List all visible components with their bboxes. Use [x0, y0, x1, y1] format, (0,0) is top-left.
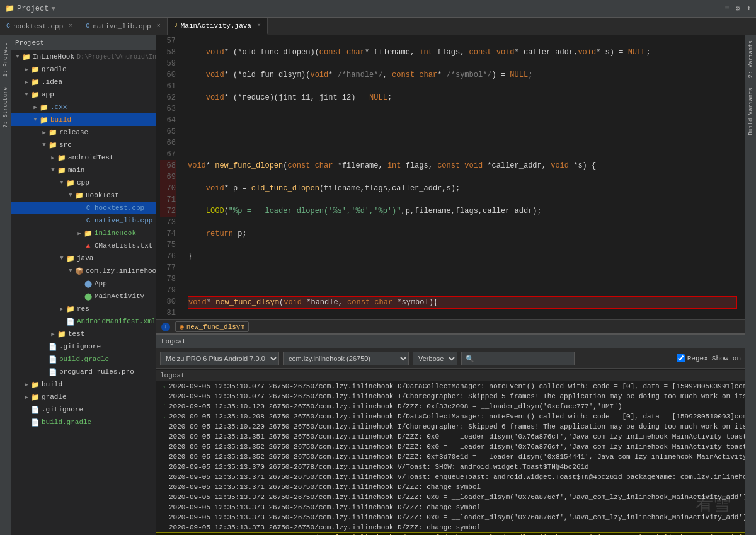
- log-line-16-selected[interactable]: 2020-09-05 12:35:13.373 26750-26750/com.…: [156, 532, 745, 535]
- tree-label: main: [67, 166, 84, 174]
- tree-item-nativelib-cpp[interactable]: C native_lib.cpp: [11, 214, 156, 227]
- regex-checkbox-label[interactable]: Regex: [677, 354, 708, 362]
- log-line-4[interactable]: ↓ 2020-09-05 12:35:10.208 26750-26750/co…: [156, 411, 745, 422]
- toolbar-icon-2[interactable]: ⚙: [736, 4, 740, 13]
- toolbar-icon-1[interactable]: ≡: [724, 4, 729, 13]
- tree-item-main[interactable]: ▼ 📁 main: [11, 164, 156, 176]
- tree-arrow: ▼: [32, 117, 39, 123]
- tree-item-app-class[interactable]: ⬤ App: [11, 277, 156, 290]
- tree-item-cxx[interactable]: ▶ 📁 .cxx: [11, 101, 156, 113]
- tree-arrow: ▼: [23, 91, 30, 98]
- tree-item-proguard[interactable]: 📄 proguard-rules.pro: [11, 365, 156, 378]
- tab-hooktest-close[interactable]: ×: [69, 23, 72, 30]
- toolbar-icon-3[interactable]: ⬆: [747, 4, 751, 13]
- tab-nativelib-close[interactable]: ×: [157, 23, 161, 30]
- tab-mainactivity-close[interactable]: ×: [257, 22, 261, 29]
- log-line-3[interactable]: ↑ 2020-09-05 12:35:10.120 26750-26750/co…: [156, 401, 745, 411]
- tree-arrow: ▼: [14, 54, 21, 60]
- tree-item-androidmanifest[interactable]: 📄 AndroidManifest.xml: [11, 315, 156, 328]
- side-label-structure[interactable]: 7: Structure: [1, 82, 10, 133]
- tree-label: AndroidManifest.xml: [76, 318, 156, 325]
- log-line-15[interactable]: 2020-09-05 12:35:13.373 26750-26750/com.…: [156, 522, 745, 532]
- tree-item-build[interactable]: ▼ 📁 build: [11, 113, 156, 126]
- log-line-1[interactable]: ↓ 2020-09-05 12:35:10.077 26750-26750/co…: [156, 381, 745, 391]
- show-on-label[interactable]: Show on: [712, 355, 741, 362]
- tree-item-hooktest-folder[interactable]: ▼ 📁 HookTest: [11, 189, 156, 202]
- tree-item-gradle-top[interactable]: ▶ 📁 gradle: [11, 391, 156, 403]
- log-line-11[interactable]: 2020-09-05 12:35:13.371 26750-26750/com.…: [156, 482, 745, 492]
- package-select[interactable]: com.lzy.inlinehook (26750): [283, 352, 409, 365]
- code-line-64: LOGD("%p = __loader_dlopen('%s','%d','%p…: [188, 205, 737, 217]
- tree-label: java: [76, 255, 93, 262]
- project-tree[interactable]: ▼ 📁 InLineHook D:\Project\Android\InLine…: [11, 50, 156, 535]
- tree-item-build-top[interactable]: ▶ 📁 build: [11, 378, 156, 391]
- log-indicator: ↓: [160, 411, 169, 422]
- log-line-2[interactable]: 2020-09-05 12:35:10.077 26750-26750/com.…: [156, 391, 745, 401]
- log-line-13[interactable]: 2020-09-05 12:35:13.373 26750-26750/com.…: [156, 502, 745, 512]
- cpp-file-icon: C: [83, 204, 93, 212]
- tree-item-cpp[interactable]: ▼ 📁 cpp: [11, 176, 156, 189]
- logcat-sub-label: logcat: [160, 371, 185, 381]
- folder-icon: 📁: [66, 305, 76, 313]
- editor-area: 5758596061 6263646566 6768 69 70 71 72 7…: [156, 35, 745, 535]
- right-label-variants[interactable]: Build Variants: [747, 83, 755, 141]
- tree-item-buildgradle-top[interactable]: 📄 build.gradle: [11, 416, 156, 429]
- tree-label: hooktest.cpp: [93, 204, 144, 212]
- device-select[interactable]: Meizu PRO 6 Plus Android 7.0.0: [160, 352, 279, 365]
- tree-label: HookTest: [84, 192, 119, 199]
- cmakelists-icon: 🔺: [83, 242, 93, 250]
- tree-item-hooktest-cpp[interactable]: C hooktest.cpp: [11, 202, 156, 214]
- project-panel: Project ▼ 📁 InLineHook D:\Project\Androi…: [11, 35, 156, 535]
- top-bar-actions: ≡ ⚙ ⬆: [724, 4, 751, 13]
- project-dropdown[interactable]: ▼: [51, 5, 55, 13]
- tree-arrow: ▶: [23, 394, 30, 401]
- tree-item-res[interactable]: ▶ 📁 res: [11, 302, 156, 315]
- tree-item-app[interactable]: ▼ 📁 app: [11, 88, 156, 101]
- tree-item-gitignore-top[interactable]: 📄 .gitignore: [11, 403, 156, 416]
- tree-item-gradle-root[interactable]: ▶ 📁 gradle: [11, 63, 156, 76]
- tree-arrow: ▼: [58, 255, 66, 262]
- log-line-12[interactable]: 2020-09-05 12:35:13.372 26750-26750/com.…: [156, 492, 745, 502]
- tree-item-gitignore[interactable]: 📄 .gitignore: [11, 340, 156, 353]
- tree-item-idea[interactable]: ▶ 📁 .idea: [11, 76, 156, 88]
- log-line-8[interactable]: 2020-09-05 12:35:13.352 26750-26750/com.…: [156, 452, 745, 462]
- tree-arrow: [40, 356, 48, 362]
- log-line-7[interactable]: 2020-09-05 12:35:13.352 26750-26750/com.…: [156, 442, 745, 452]
- log-line-14[interactable]: 2020-09-05 12:35:13.373 26750-26750/com.…: [156, 512, 745, 522]
- log-line-5[interactable]: 2020-09-05 12:35:10.220 26750-26750/com.…: [156, 422, 745, 432]
- logcat-content[interactable]: logcat ↓ 2020-09-05 12:35:10.077 26750-2…: [156, 369, 745, 535]
- tree-item-java-folder[interactable]: ▼ 📁 java: [11, 252, 156, 265]
- level-select[interactable]: Verbose: [413, 352, 457, 365]
- code-line-66: }: [188, 251, 737, 262]
- regex-checkbox[interactable]: [677, 354, 685, 362]
- tree-item-cmakelists[interactable]: 🔺 CMakeLists.txt: [11, 239, 156, 252]
- log-line-10[interactable]: 2020-09-05 12:35:13.371 26750-26750/com.…: [156, 472, 745, 482]
- log-line-9[interactable]: 2020-09-05 12:35:13.370 26750-26778/com.…: [156, 462, 745, 472]
- project-panel-header: Project: [11, 35, 156, 50]
- tree-item-release[interactable]: ▶ 📁 release: [11, 126, 156, 139]
- tree-item-inlinehook-folder[interactable]: ▶ 📁 inlineHook: [11, 227, 156, 239]
- tree-arrow: ▼: [49, 167, 57, 173]
- logcat-search-input[interactable]: [461, 352, 575, 365]
- scroll-indicator[interactable]: ↓: [161, 323, 170, 331]
- package-icon: 📦: [74, 267, 84, 275]
- tree-item-mainactivity-class[interactable]: ⬤ MainActivity: [11, 290, 156, 302]
- tree-item-src[interactable]: ▼ 📁 src: [11, 139, 156, 151]
- tree-item-buildgradle[interactable]: 📄 build.gradle: [11, 353, 156, 365]
- log-text: 2020-09-05 12:35:13.373 26750-26750/com.…: [169, 502, 481, 512]
- tree-item-inlinehook[interactable]: ▼ 📁 InLineHook D:\Project\Android\InLine: [11, 50, 156, 63]
- side-label-project[interactable]: 1: Project: [1, 38, 10, 82]
- tree-arrow: ▶: [40, 129, 48, 136]
- window-title: 📁 Project ▼: [5, 4, 55, 13]
- func-badge-icon: ◉: [180, 323, 184, 331]
- log-line-6[interactable]: 2020-09-05 12:35:13.351 26750-26750/com.…: [156, 432, 745, 442]
- right-label-2[interactable]: 2: Variants: [747, 35, 755, 83]
- tree-item-test[interactable]: ▶ 📁 test: [11, 328, 156, 340]
- tab-mainactivity[interactable]: J MainActivity.java ×: [168, 18, 268, 35]
- tab-hooktest[interactable]: C hooktest.cpp ×: [0, 18, 79, 35]
- tab-nativelib[interactable]: C native_lib.cpp ×: [79, 18, 167, 35]
- code-content[interactable]: void* (*old_func_dlopen)(const char* fil…: [180, 35, 745, 319]
- tree-item-androidtest[interactable]: ▶ 📁 androidTest: [11, 151, 156, 164]
- code-editor[interactable]: 5758596061 6263646566 6768 69 70 71 72 7…: [156, 35, 745, 319]
- tree-item-package[interactable]: ▼ 📦 com.lzy.inlinehook: [11, 265, 156, 277]
